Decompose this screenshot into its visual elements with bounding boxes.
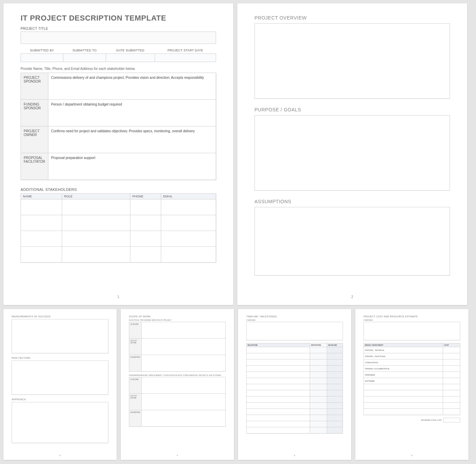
mile-cell[interactable] [247,359,310,366]
addl-cell[interactable] [161,215,216,231]
cost-cell[interactable] [443,366,460,372]
mile-cell[interactable] [247,390,310,396]
desc-project-owner[interactable]: Confirms need for project and validates … [48,126,216,153]
mile-cell[interactable] [327,347,343,353]
cost-row-label[interactable] [364,396,443,403]
mile-cell[interactable] [327,403,343,409]
mile-col-reporting: REPORTING [310,343,327,347]
addl-cell[interactable] [130,199,161,215]
mile-cell[interactable] [247,366,310,372]
addl-cell[interactable] [130,231,161,247]
success-box[interactable] [12,319,108,353]
mile-cell[interactable] [310,409,327,415]
addl-cell[interactable] [130,247,161,262]
cost-row-label[interactable] [364,403,443,409]
date-submitted-cell[interactable] [106,54,155,62]
mile-cell[interactable] [247,384,310,390]
cost-row-label[interactable] [364,390,443,396]
addl-cell[interactable] [161,247,216,262]
cost-cell[interactable] [443,384,460,390]
mile-cell[interactable] [310,347,327,353]
mile-cell[interactable] [310,378,327,384]
mile-cell[interactable] [327,390,343,396]
submitted-by-cell[interactable] [21,54,63,62]
mile-cell[interactable] [247,427,310,434]
mile-cell[interactable] [310,415,327,421]
mile-cell[interactable] [327,427,343,434]
cost-cell[interactable] [443,378,460,384]
approach-box[interactable] [12,402,108,443]
overview-box[interactable] [254,23,450,99]
mile-cell[interactable] [327,372,343,378]
addl-cell[interactable] [161,231,216,247]
addl-cell[interactable] [62,231,130,247]
project-start-cell[interactable] [155,54,216,62]
mile-cell[interactable] [327,409,343,415]
mile-cell[interactable] [327,353,343,359]
mile-cell[interactable] [310,372,327,378]
timeline-overview-box[interactable] [246,322,343,340]
cost-cell[interactable] [443,409,460,415]
assumptions-box[interactable] [254,207,450,276]
addl-cell[interactable] [21,247,62,262]
mile-cell[interactable] [327,396,343,403]
scope-uncertain-cell[interactable] [141,355,225,371]
mile-cell[interactable] [310,403,327,409]
mile-cell[interactable] [247,372,310,378]
addl-cell[interactable] [21,215,62,231]
submitted-to-cell[interactable] [63,54,106,62]
desc-funding-sponsor[interactable]: Person / department obtaining budget req… [48,100,216,126]
project-title-input[interactable] [21,32,216,44]
mile-cell[interactable] [247,409,310,415]
scope-inscope-cell[interactable] [141,322,225,339]
addl-cell[interactable] [62,215,130,231]
mile-cell[interactable] [327,359,343,366]
mile-cell[interactable] [247,353,310,359]
cost-overview-box[interactable] [364,322,460,340]
desc-proposal-facilitator[interactable]: Proposal preparation support [48,153,216,180]
cost-cell[interactable] [443,359,460,366]
addl-cell[interactable] [21,231,62,247]
addl-cell[interactable] [21,199,62,215]
cost-cell[interactable] [443,390,460,396]
page-number: 5 [238,454,351,456]
mile-cell[interactable] [247,378,310,384]
scope-outscope-cell[interactable] [141,339,225,355]
purpose-box[interactable] [254,115,450,191]
total-value-box[interactable] [443,418,460,423]
scope2-outscope-cell[interactable] [141,394,225,410]
cost-cell[interactable] [443,353,460,359]
mile-cell[interactable] [310,396,327,403]
mile-cell[interactable] [247,396,310,403]
addl-cell[interactable] [62,247,130,262]
cost-cell[interactable] [443,403,460,409]
addl-cell[interactable] [62,199,130,215]
mile-cell[interactable] [310,390,327,396]
mile-cell[interactable] [247,415,310,421]
mile-cell[interactable] [310,366,327,372]
mile-cell[interactable] [327,415,343,421]
mile-cell[interactable] [327,366,343,372]
scope2-inscope-cell[interactable] [141,377,225,394]
addl-cell[interactable] [161,199,216,215]
risk-box[interactable] [12,361,108,395]
mile-cell[interactable] [310,427,327,434]
mile-cell[interactable] [247,347,310,353]
cost-cell[interactable] [443,396,460,403]
mile-cell[interactable] [327,421,343,427]
mile-cell[interactable] [327,384,343,390]
mile-cell[interactable] [310,353,327,359]
mile-cell[interactable] [310,359,327,366]
cost-cell[interactable] [443,372,460,378]
cost-row-label[interactable] [364,409,443,415]
mile-cell[interactable] [247,421,310,427]
cost-cell[interactable] [443,347,460,353]
scope2-uncertain-cell[interactable] [141,410,225,427]
cost-row-label[interactable] [364,384,443,390]
mile-cell[interactable] [247,403,310,409]
mile-cell[interactable] [310,384,327,390]
mile-cell[interactable] [310,421,327,427]
desc-project-sponsor[interactable]: Commissions delivery of and champions pr… [48,73,216,100]
addl-cell[interactable] [130,215,161,231]
mile-cell[interactable] [327,378,343,384]
